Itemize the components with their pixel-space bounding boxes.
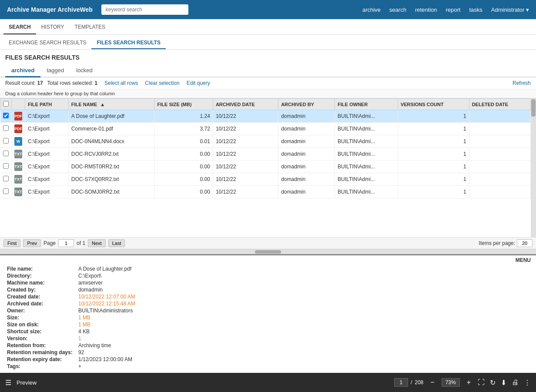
row-archiveddate: 10/12/22 [213, 135, 278, 148]
col-header-archivedby[interactable]: ARCHIVED BY [278, 99, 335, 110]
table-row[interactable]: TXT C:\Export DOC-SOMJ0RR2.txt 0.00 10/1… [0, 186, 531, 198]
filter-tab-locked[interactable]: locked [70, 64, 99, 77]
col-header-archiveddate[interactable]: ARCHIVED DATE [213, 99, 278, 110]
row-filename: DOC-S7XQ0RR2.txt [68, 173, 154, 186]
fit-page-button[interactable]: ⛶ [478, 379, 485, 386]
row-filepath: C:\Export [25, 148, 69, 161]
table-row[interactable]: TXT C:\Export DOC-RM5T0RR2.txt 0.00 10/1… [0, 161, 531, 173]
detail-label: Shortcut size: [7, 328, 77, 335]
row-versions: 1 [398, 135, 469, 148]
nav-archive[interactable]: archive [362, 7, 381, 13]
sub-tab-exchange[interactable]: EXCHANGE SEARCH RESULTS [3, 37, 91, 49]
print-button[interactable]: 🖨 [512, 379, 519, 386]
table-row[interactable]: TXT C:\Export DOC-S7XQ0RR2.txt 0.00 10/1… [0, 173, 531, 186]
zoom-in-button[interactable]: + [465, 378, 472, 387]
row-filesize: 0.01 [154, 135, 213, 148]
nav-search[interactable]: search [389, 7, 406, 13]
select-all-link[interactable]: Select all rows [104, 80, 138, 86]
col-header-versions[interactable]: VERSIONS COUNT [398, 99, 469, 110]
row-icon-cell: TXT [12, 186, 25, 198]
zoom-out-button[interactable]: − [429, 378, 436, 387]
row-checkbox-cell[interactable] [0, 173, 12, 186]
row-versions: 1 [398, 123, 469, 135]
detail-value[interactable]: + [78, 363, 529, 369]
tab-history[interactable]: HISTORY [36, 20, 70, 34]
last-page-button[interactable]: Last [108, 239, 125, 247]
nav-report[interactable]: report [446, 7, 460, 13]
next-page-button[interactable]: Next [88, 239, 106, 247]
row-checkbox[interactable] [3, 188, 9, 194]
prev-page-button[interactable]: Prev [23, 239, 41, 247]
nav-tasks[interactable]: tasks [469, 7, 482, 13]
detail-label: Created date: [7, 294, 77, 300]
page-number-input[interactable] [58, 239, 74, 247]
table-row[interactable]: W C:\Export DOC-0N4MLNN4.docx 0.01 10/12… [0, 135, 531, 148]
rotate-button[interactable]: ↻ [490, 379, 496, 387]
filter-tab-archived[interactable]: archived [5, 64, 40, 77]
col-header-deleteddate[interactable]: DELETED DATE [469, 99, 530, 110]
preview-total-pages: 208 [415, 379, 423, 385]
nav-administrator[interactable]: Administrator [491, 7, 529, 13]
pagination: First Prev Page of 1 Next Last Items per… [0, 237, 536, 249]
horizontal-scrollbar[interactable] [0, 249, 536, 254]
tab-search[interactable]: SEARCH [3, 20, 36, 34]
edit-query-link[interactable]: Edit query [187, 80, 210, 86]
col-header-check[interactable] [0, 99, 12, 110]
pdf-icon: PDF [14, 124, 22, 133]
row-checkbox[interactable] [3, 138, 9, 144]
row-archiveddate: 10/12/22 [213, 110, 278, 123]
row-deleteddate [469, 161, 530, 173]
hamburger-icon[interactable]: ☰ [5, 379, 11, 387]
table-row[interactable]: PDF C:\Export Commerce-01.pdf 3.72 10/12… [0, 123, 531, 135]
col-header-fileowner[interactable]: FILE OWNER [335, 99, 398, 110]
row-archiveddate: 10/12/22 [213, 148, 278, 161]
vertical-scrollbar[interactable] [531, 98, 536, 237]
filter-tabs: archived tagged locked [0, 63, 536, 77]
filter-tab-tagged[interactable]: tagged [40, 64, 70, 77]
detail-label: Retention from: [7, 342, 77, 348]
row-checkbox-cell[interactable] [0, 135, 12, 148]
table-with-scroll: FILE PATH FILE NAME ▲ FILE SIZE (MB) ARC… [0, 98, 536, 237]
select-all-checkbox[interactable] [3, 101, 9, 107]
clear-selection-link[interactable]: Clear selection [145, 80, 179, 86]
table-row[interactable]: TXT C:\Export DOC-RCVJ0RR2.txt 0.00 10/1… [0, 148, 531, 161]
row-checkbox-cell[interactable] [0, 186, 12, 198]
preview-page-input[interactable] [394, 378, 408, 387]
row-checkbox[interactable] [3, 176, 9, 181]
row-versions: 1 [398, 186, 469, 198]
col-header-filename[interactable]: FILE NAME ▲ [68, 99, 154, 110]
row-filename: DOC-SOMJ0RR2.txt [68, 186, 154, 198]
row-checkbox[interactable] [3, 163, 9, 169]
row-checkbox[interactable] [3, 151, 9, 156]
row-filename: DOC-RCVJ0RR2.txt [68, 148, 154, 161]
more-options-button[interactable]: ⋮ [524, 379, 531, 387]
refresh-link[interactable]: Refresh [513, 80, 531, 86]
download-button[interactable]: ⬇ [501, 379, 506, 387]
row-checkbox-cell[interactable] [0, 148, 12, 161]
table-container[interactable]: FILE PATH FILE NAME ▲ FILE SIZE (MB) ARC… [0, 98, 531, 237]
tab-templates[interactable]: TEMPLATES [70, 20, 111, 34]
row-filepath: C:\Export [25, 123, 69, 135]
preview-bar: ☰ Preview / 208 − 73% + ⛶ ↻ ⬇ 🖨 ⋮ [0, 373, 536, 392]
row-archivedby: domadmin [278, 173, 335, 186]
detail-label: Directory: [7, 273, 77, 279]
row-checkbox-cell[interactable] [0, 161, 12, 173]
row-archivedby: domadmin [278, 110, 335, 123]
row-checkbox-cell[interactable] [0, 110, 12, 123]
items-per-page-input[interactable] [517, 239, 533, 247]
col-header-filepath[interactable]: FILE PATH [25, 99, 69, 110]
col-header-filesize[interactable]: FILE SIZE (MB) [154, 99, 213, 110]
row-checkbox-cell[interactable] [0, 123, 12, 135]
sub-tab-files[interactable]: FILES SEARCH RESULTS [91, 37, 165, 49]
table-row[interactable]: PDF C:\Export A Dose of Laughter.pdf 1.2… [0, 110, 531, 123]
row-filesize: 3.72 [154, 123, 213, 135]
first-page-button[interactable]: First [3, 239, 20, 247]
row-checkbox[interactable] [3, 113, 9, 118]
detail-label: File name: [7, 266, 77, 272]
row-checkbox[interactable] [3, 125, 9, 131]
search-input[interactable] [101, 4, 188, 15]
details-menu[interactable]: MENU [0, 255, 536, 264]
detail-label: Retention expiry date: [7, 356, 77, 362]
txt-icon: TXT [14, 162, 22, 171]
nav-retention[interactable]: retention [415, 7, 437, 13]
